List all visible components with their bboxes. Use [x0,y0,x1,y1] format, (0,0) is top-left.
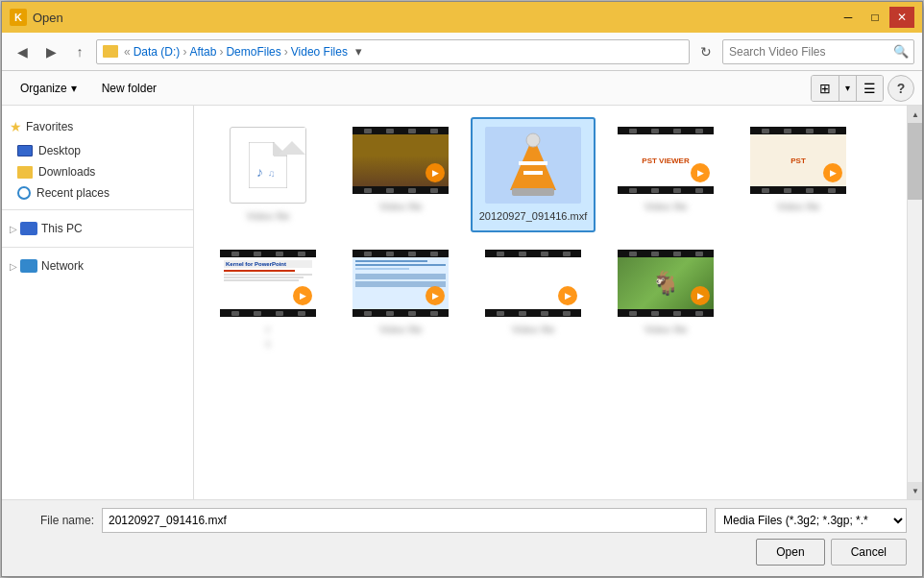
filename-input[interactable] [102,508,707,533]
scroll-thumb[interactable] [908,123,922,200]
search-wrapper: 🔍 [722,39,914,64]
play-icon: ▶ [691,163,710,182]
film-hole [231,311,239,316]
film-hole [430,188,438,193]
view-dropdown-button[interactable]: ▾ [839,76,856,101]
network-expand-icon: ▷ [10,261,17,272]
filename-label: File name: [17,514,94,527]
film-hole [828,129,836,133]
film-hole [695,311,703,316]
toolbar: Organize ▾ New folder ⊞ ▾ ☰ ? [2,71,922,106]
slide-bar [355,274,446,279]
film-hole [364,252,372,256]
breadcrumb-dropdown[interactable]: ▾ [351,39,368,64]
film-hole [651,188,659,193]
help-button[interactable]: ? [888,75,914,102]
scrollbar: ▲ ▼ [907,106,922,499]
filename-row: File name: Media Files (*.3g2; *.3gp; *.… [17,508,907,533]
slide-title: Kernel for PowerPoint [224,260,312,268]
svg-rect-7 [512,188,554,196]
back-button[interactable]: ◀ [10,39,35,64]
file-name: rt [266,323,270,350]
film-hole [430,311,438,316]
video-thumbnail: Kernel for PowerPoint ▶ [220,250,316,317]
refresh-button[interactable]: ↻ [693,39,718,64]
scroll-up-button[interactable]: ▲ [908,106,922,123]
title-bar: K Open ─ □ ✕ [2,2,922,33]
film-hole [563,252,571,256]
film-hole [276,252,283,256]
scroll-down-button[interactable]: ▼ [908,482,922,499]
address-bar: ◀ ▶ ↑ « Data (D:) › Aftab › DemoFiles › … [2,33,922,71]
film-hole [386,188,394,193]
file-name: 20120927_091416.mxf [479,209,588,223]
document-svg: ♪ ♫ [249,142,287,188]
bc-item-videofiles[interactable]: Video Files [291,45,348,59]
folder-icon [103,45,118,58]
forward-button[interactable]: ▶ [38,39,63,64]
thispc-header[interactable]: ▷ This PC [2,216,193,241]
search-input[interactable] [722,39,914,64]
list-item[interactable]: ▶ Video file [471,240,596,360]
film-hole [231,252,239,256]
minimize-button[interactable]: ─ [836,7,861,28]
file-icon-generic: ♪ ♫ [230,127,306,204]
film-hole [430,129,438,133]
list-item[interactable]: 20120927_091416.mxf [471,117,596,232]
sidebar-divider1 [2,209,193,210]
video-thumbnail: ▶ [353,127,449,194]
content-area: ♪ ♫ Video file [194,106,907,499]
list-item[interactable]: ♪ ♫ Video file [206,117,330,232]
list-item[interactable]: ▶ Video file [338,240,463,360]
recent-icon [17,186,31,200]
cancel-button[interactable]: Cancel [831,539,907,566]
main-area: ★ Favorites Desktop Downloads Recent pla… [2,106,922,499]
film-hole [364,311,372,316]
title-bar-left: K Open [10,9,63,26]
slide-bar [355,268,409,270]
maximize-button[interactable]: □ [863,7,888,28]
sidebar-item-downloads[interactable]: Downloads [2,161,193,182]
organize-button[interactable]: Organize ▾ [10,75,87,102]
film-strip-top [220,250,316,257]
film-hole [806,129,814,133]
close-button[interactable]: ✕ [889,7,914,28]
window-controls: ─ □ ✕ [836,7,914,28]
new-folder-button[interactable]: New folder [91,75,167,102]
open-dialog: K Open ─ □ ✕ ◀ ▶ ↑ « Data (D:) › Aftab ›… [1,1,923,577]
view-icon-button[interactable]: ⊞ [812,76,839,101]
bc-item-demofiles[interactable]: DemoFiles [226,45,280,59]
film-hole [629,129,637,133]
sidebar-item-desktop[interactable]: Desktop [2,140,193,161]
play-icon: ▶ [426,163,445,182]
bc-item-aftab[interactable]: Aftab [189,45,216,59]
film-hole [673,252,681,256]
film-hole [563,311,571,316]
scroll-track [908,123,922,482]
file-name: Video file [511,323,554,336]
film-hole [408,311,416,316]
film-strip-bottom [220,309,316,317]
up-button[interactable]: ↑ [67,39,92,64]
film-strip-top [353,127,449,134]
list-item[interactable]: ▶ Video file [338,117,463,232]
list-item[interactable]: Kernel for PowerPoint ▶ [206,240,330,360]
list-item[interactable]: PST VIEWER ▶ Video file [603,117,728,232]
view-toggle: ⊞ ▾ ☰ [811,75,884,102]
open-button[interactable]: Open [756,539,824,566]
list-item[interactable]: 🐐 ▶ Video file [603,240,728,360]
network-header[interactable]: ▷ Network [2,253,193,278]
film-hole [408,188,416,193]
slide-bar [355,264,446,266]
breadcrumb-bar: « Data (D:) › Aftab › DemoFiles › Video … [96,39,690,64]
file-name: Video file [246,209,289,223]
film-hole [497,311,504,316]
filetype-select[interactable]: Media Files (*.3g2; *.3gp; *.* [715,508,907,533]
details-view-button[interactable]: ☰ [856,76,883,101]
bc-item-data[interactable]: Data (D:) [134,45,181,59]
sidebar-divider2 [2,247,193,248]
film-hole [254,252,261,256]
film-hole [695,129,703,133]
sidebar-item-recent[interactable]: Recent places [2,182,193,204]
list-item[interactable]: PST ▶ Video file [736,117,861,232]
